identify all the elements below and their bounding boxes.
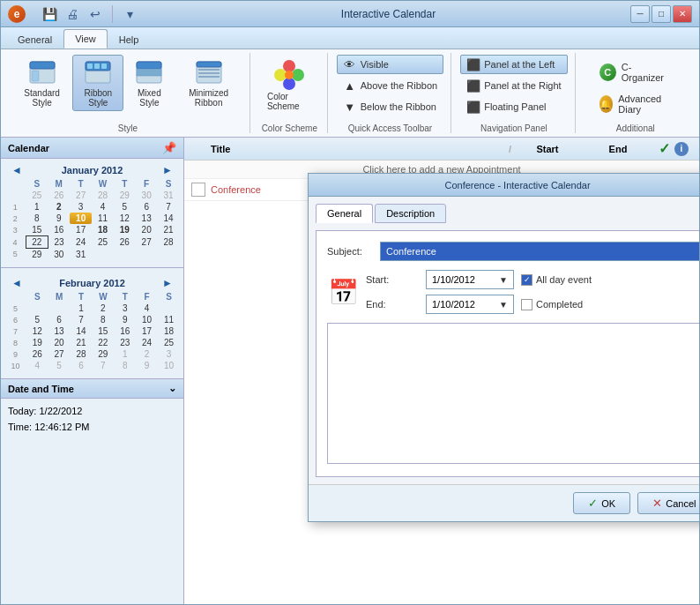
list-item[interactable]: 18 xyxy=(92,224,114,236)
ok-button[interactable]: ✓ OK xyxy=(573,492,630,514)
list-item[interactable]: 10 xyxy=(158,360,180,371)
list-item[interactable]: 27 xyxy=(70,190,92,201)
list-item[interactable]: 26 xyxy=(26,348,48,360)
list-item[interactable]: 8 xyxy=(92,314,114,325)
list-item[interactable]: 15 xyxy=(26,224,48,236)
list-item[interactable]: 13 xyxy=(136,213,158,224)
tab-general[interactable]: General xyxy=(6,30,63,49)
all-day-checkbox[interactable]: ✓ xyxy=(521,274,532,286)
list-item[interactable]: 31 xyxy=(70,249,92,261)
list-item[interactable]: 28 xyxy=(71,348,93,360)
list-item[interactable]: 25 xyxy=(26,190,48,201)
minimized-ribbon-button[interactable]: Minimized Ribbon xyxy=(175,55,242,111)
feb-next-button[interactable]: ► xyxy=(159,277,176,289)
list-item[interactable]: 19 xyxy=(26,337,48,348)
list-item[interactable]: 29 xyxy=(26,249,48,261)
selected-date[interactable]: 22 xyxy=(26,236,48,249)
cancel-button[interactable]: ✕ Cancel xyxy=(637,492,699,514)
list-item[interactable]: 3 xyxy=(70,201,92,213)
list-item[interactable] xyxy=(158,249,180,261)
list-item[interactable]: 10 xyxy=(136,314,158,325)
list-item[interactable]: 2 xyxy=(48,201,70,213)
list-item[interactable]: 7 xyxy=(158,201,180,213)
list-item[interactable]: 25 xyxy=(158,337,180,348)
visible-button[interactable]: 👁 Visible xyxy=(337,55,443,74)
list-item[interactable]: 2 xyxy=(92,302,114,314)
ribbon-style-button[interactable]: Ribbon Style xyxy=(72,55,123,111)
list-item[interactable]: 8 xyxy=(114,360,136,371)
list-item[interactable]: 11 xyxy=(92,213,114,224)
today-date[interactable]: 10 xyxy=(70,213,92,224)
qa-save-button[interactable]: 💾 xyxy=(40,4,59,24)
list-item[interactable]: 5 xyxy=(48,360,71,371)
notes-textarea[interactable] xyxy=(327,323,699,464)
list-item[interactable]: 5 xyxy=(114,201,136,213)
list-item[interactable] xyxy=(114,249,136,261)
start-date-dropdown-icon[interactable]: ▼ xyxy=(499,275,508,285)
list-item[interactable]: 23 xyxy=(114,337,136,348)
list-item[interactable]: 8 xyxy=(26,213,48,224)
list-item[interactable]: 12 xyxy=(26,325,48,337)
panel-left-button[interactable]: ⬛ Panel at the Left xyxy=(460,55,567,74)
list-item[interactable]: 23 xyxy=(48,236,70,249)
list-item[interactable]: 4 xyxy=(26,360,48,371)
list-item[interactable]: 17 xyxy=(70,224,92,236)
list-item[interactable]: 29 xyxy=(92,348,114,360)
list-item[interactable]: 18 xyxy=(158,325,180,337)
start-date-input[interactable]: 1/10/2012 ▼ xyxy=(426,270,514,289)
list-item[interactable]: 6 xyxy=(71,360,93,371)
list-item[interactable]: 16 xyxy=(48,224,70,236)
list-item[interactable] xyxy=(136,249,158,261)
list-item[interactable]: 12 xyxy=(114,213,136,224)
info-icon[interactable]: i xyxy=(674,142,689,156)
list-item[interactable]: 25 xyxy=(92,236,114,249)
list-item[interactable]: 6 xyxy=(136,201,158,213)
list-item[interactable]: 14 xyxy=(71,325,93,337)
list-item[interactable]: 28 xyxy=(158,236,180,249)
list-item[interactable] xyxy=(92,249,114,261)
jan-prev-button[interactable]: ◄ xyxy=(8,164,26,176)
panel-pin-icon[interactable]: 📌 xyxy=(162,141,176,154)
list-item[interactable]: 9 xyxy=(114,314,136,325)
list-item[interactable]: 21 xyxy=(71,337,93,348)
standard-style-button[interactable]: Standard Style xyxy=(13,55,71,111)
list-item[interactable] xyxy=(26,302,48,314)
list-item[interactable]: 4 xyxy=(92,201,114,213)
corganizer-button[interactable]: C C-Organizer xyxy=(592,58,680,86)
feb-prev-button[interactable]: ◄ xyxy=(8,277,26,289)
list-item[interactable]: 20 xyxy=(48,337,71,348)
list-item[interactable]: 29 xyxy=(114,190,136,201)
list-item[interactable]: 7 xyxy=(92,360,114,371)
dialog-tab-general[interactable]: General xyxy=(316,204,373,223)
list-item[interactable] xyxy=(158,302,180,314)
list-item[interactable]: 7 xyxy=(71,314,93,325)
list-item[interactable]: 14 xyxy=(158,213,180,224)
above-ribbon-button[interactable]: ▲ Above the Ribbon xyxy=(337,76,443,95)
list-item[interactable]: 26 xyxy=(48,190,70,201)
panel-right-button[interactable]: ⬛ Panel at the Right xyxy=(460,76,567,95)
tab-help[interactable]: Help xyxy=(108,30,151,49)
qa-print-button[interactable]: 🖨 xyxy=(63,4,82,24)
list-item[interactable]: 26 xyxy=(114,236,136,249)
list-item[interactable]: 31 xyxy=(158,190,180,201)
list-item[interactable]: 1 xyxy=(71,302,93,314)
jan-next-button[interactable]: ► xyxy=(159,164,176,176)
list-item[interactable]: 24 xyxy=(70,236,92,249)
list-item[interactable]: 13 xyxy=(48,325,71,337)
list-item[interactable]: 3 xyxy=(114,302,136,314)
qa-undo-button[interactable]: ↩ xyxy=(86,4,105,24)
list-item[interactable]: 27 xyxy=(48,348,71,360)
list-item[interactable]: 17 xyxy=(136,325,158,337)
maximize-button[interactable]: □ xyxy=(652,5,671,23)
list-item[interactable]: 1 xyxy=(114,348,136,360)
list-item[interactable]: 20 xyxy=(136,224,158,236)
list-item[interactable]: 30 xyxy=(136,190,158,201)
list-item[interactable]: 11 xyxy=(158,314,180,325)
end-date-input[interactable]: 1/10/2012 ▼ xyxy=(426,295,514,314)
list-item[interactable]: 3 xyxy=(158,348,180,360)
list-item[interactable]: 4 xyxy=(136,302,158,314)
list-item[interactable]: 19 xyxy=(114,224,136,236)
list-item[interactable]: 9 xyxy=(48,213,70,224)
mixed-style-button[interactable]: Mixed Style xyxy=(125,55,173,111)
list-item[interactable]: 21 xyxy=(158,224,180,236)
